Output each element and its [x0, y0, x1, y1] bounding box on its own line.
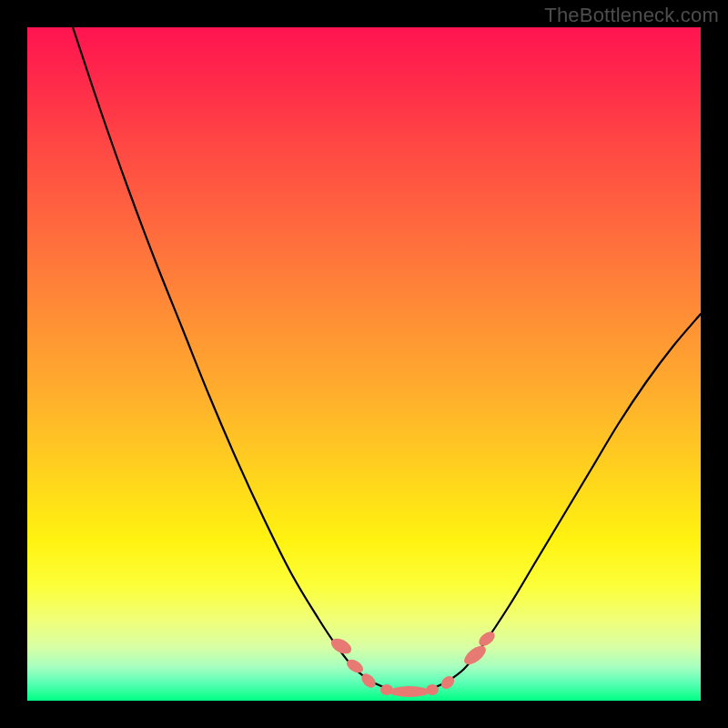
curve-marker	[461, 642, 490, 668]
watermark: TheBottleneck.com	[544, 4, 719, 27]
curve-markers	[329, 629, 497, 697]
curve-marker	[476, 629, 497, 649]
bottleneck-curve	[27, 27, 701, 701]
curve-marker	[389, 686, 430, 697]
curve-marker	[426, 684, 439, 695]
curve-line	[73, 27, 701, 692]
plot-area	[27, 27, 701, 701]
